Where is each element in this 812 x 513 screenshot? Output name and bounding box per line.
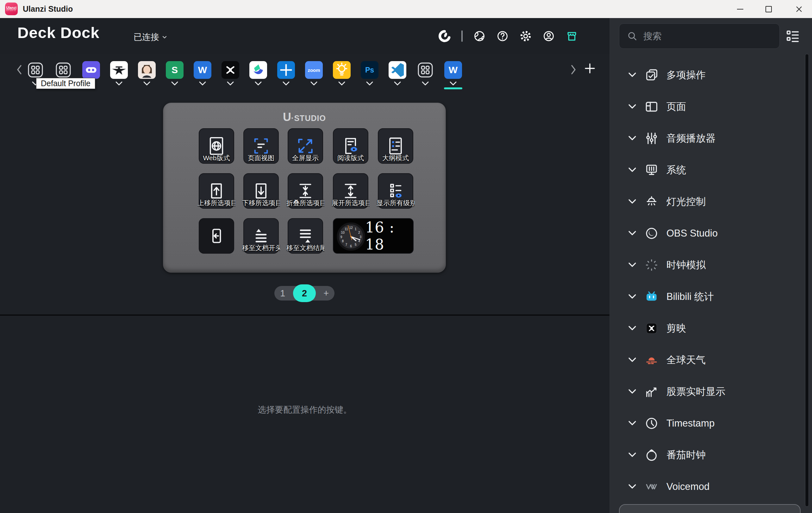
add-profile-button[interactable]	[582, 61, 598, 76]
store-icon[interactable]	[566, 30, 578, 43]
search-box[interactable]	[619, 23, 780, 49]
sidebar-category-clock-simulation[interactable]: 时钟模拟	[609, 252, 799, 278]
deck-key-label: 大纲模式	[377, 154, 414, 162]
chevron-down-icon[interactable]	[628, 231, 637, 236]
sidebar-category-stock-ticker[interactable]: 股票实时显示	[609, 379, 799, 404]
sidebar-category-audio-player[interactable]: 音频播放器	[609, 126, 799, 151]
chevron-down-icon[interactable]	[366, 81, 373, 86]
account-icon[interactable]	[542, 30, 555, 43]
sidebar-category-multi-actions[interactable]: 多项操作	[609, 62, 799, 88]
sidebar-category-voicemod[interactable]: Voicemod	[609, 474, 799, 500]
check-swoosh-icon	[249, 61, 267, 79]
page-button-1[interactable]: 1	[276, 288, 289, 299]
profile-tab-vscode[interactable]	[388, 61, 406, 89]
actions-sidebar: 多项操作页面音频播放器系统灯光控制OBS Studio时钟模拟Bilibili …	[609, 18, 812, 513]
profile-tab-capcut[interactable]	[222, 61, 239, 89]
settings-gear-icon[interactable]	[519, 30, 532, 43]
chevron-down-icon[interactable]	[628, 389, 637, 395]
sidebar-category-bilibili-stats[interactable]: Bilibili 统计	[609, 284, 799, 309]
sidebar-category-light-control[interactable]: 灯光控制	[609, 189, 799, 214]
category-label: 多项操作	[666, 69, 706, 82]
language-globe-icon[interactable]	[473, 30, 486, 43]
profile-tab-word-1[interactable]: W	[194, 61, 211, 89]
profile-tab-photoshop[interactable]: Ps	[361, 61, 378, 89]
category-label: 系统	[666, 163, 686, 177]
deck-key-show-levels[interactable]: 显示所有级别	[378, 173, 413, 209]
sidebar-category-obs-studio[interactable]: OBS Studio	[609, 221, 799, 246]
chevron-down-icon[interactable]	[628, 357, 637, 363]
app-logo-subtext: STUDIO	[7, 9, 17, 12]
tabs-scroll-left[interactable]	[14, 63, 25, 76]
maximize-button[interactable]	[762, 3, 775, 16]
chevron-down-icon[interactable]	[422, 81, 429, 86]
search-input[interactable]	[643, 31, 779, 42]
chevron-down-icon[interactable]	[227, 81, 234, 86]
page-button-2[interactable]: 2	[293, 285, 316, 302]
deck-key-fullscreen[interactable]: 全屏显示	[288, 128, 323, 164]
profile-tab-windows[interactable]	[277, 61, 295, 89]
deck-key-read-mode[interactable]: 阅读版式	[333, 128, 368, 164]
chevron-down-icon[interactable]	[628, 199, 637, 205]
list-view-toggle[interactable]	[785, 29, 800, 44]
profile-tab-avatar[interactable]	[138, 61, 156, 89]
deck-key-doc-start[interactable]: 移至文档开头	[243, 218, 279, 254]
close-button[interactable]	[792, 3, 806, 16]
chevron-down-icon[interactable]	[628, 72, 637, 78]
chevron-down-icon[interactable]	[143, 81, 151, 86]
sidebar-category-capcut[interactable]: 剪映	[609, 316, 799, 341]
chevron-down-icon[interactable]	[450, 81, 457, 86]
connection-status[interactable]: 已连接	[134, 31, 169, 43]
chevron-down-icon[interactable]	[628, 294, 637, 300]
deck-key-clock[interactable]: 1212 345 678 91011 16 : 18	[333, 218, 414, 254]
chevron-down-icon[interactable]	[628, 326, 637, 331]
deck-key-back[interactable]	[199, 218, 234, 254]
chevron-down-icon[interactable]	[394, 81, 401, 86]
ulanzi-brand-icon[interactable]	[438, 30, 451, 43]
profile-tab-app-s[interactable]: S	[166, 61, 183, 89]
deck-key-label: 折叠所选项目	[286, 198, 324, 208]
deck-key-doc-end[interactable]: 移至文档结尾	[288, 218, 323, 254]
sidebar-category-system[interactable]: 系统	[609, 157, 799, 183]
minimize-button[interactable]	[733, 3, 747, 16]
chevron-down-icon[interactable]	[628, 167, 637, 173]
chevron-down-icon[interactable]	[254, 81, 262, 86]
deck-key-move-up[interactable]: 上移所选项目	[199, 173, 234, 209]
profile-tab-zoom[interactable]: zoom	[305, 61, 323, 89]
windows-icon	[277, 61, 295, 79]
sidebar-category-global-weather[interactable]: 全球天气	[609, 347, 799, 373]
deck-key-collapse[interactable]: 折叠所选项目	[288, 173, 323, 209]
profile-tab-bulb[interactable]	[333, 61, 351, 89]
chevron-down-icon[interactable]	[628, 104, 637, 110]
chevron-down-icon[interactable]	[199, 81, 206, 86]
profile-tab-grid-2[interactable]	[416, 61, 434, 89]
chevron-down-icon[interactable]	[171, 81, 178, 86]
sidebar-category-pomodoro-clock[interactable]: 番茄时钟	[609, 442, 799, 468]
add-page-button[interactable]: +	[320, 288, 332, 299]
help-icon[interactable]	[496, 30, 509, 43]
chevron-down-icon[interactable]	[628, 484, 637, 490]
deck-key-outline-mode[interactable]: 大纲模式	[378, 128, 413, 164]
chevron-down-icon[interactable]	[628, 452, 637, 458]
profile-tab-word-active[interactable]: W	[444, 61, 462, 89]
svg-text:1: 1	[355, 227, 357, 231]
chevron-down-icon[interactable]	[282, 81, 290, 86]
sidebar-category-pages[interactable]: 页面	[609, 94, 799, 119]
chevron-down-icon[interactable]	[628, 136, 637, 141]
device-brand-studio: ·STUDIO	[291, 114, 326, 123]
chevron-down-icon[interactable]	[628, 421, 637, 426]
active-tab-underline	[249, 87, 267, 89]
chevron-down-icon[interactable]	[115, 81, 123, 86]
deck-key-move-down[interactable]: 下移所选项目	[243, 173, 279, 209]
profile-tab-check-swoosh[interactable]	[249, 61, 267, 89]
chevron-down-icon[interactable]	[628, 262, 637, 268]
deck-key-page-view[interactable]: 页面视图	[243, 128, 279, 164]
chevron-down-icon[interactable]	[310, 81, 318, 86]
tabs-scroll-right[interactable]	[568, 63, 579, 76]
sidebar-category-timestamp[interactable]: Timestamp	[609, 411, 799, 436]
sidebar-scrollbar[interactable]	[805, 54, 809, 507]
chevron-down-icon[interactable]	[338, 81, 346, 86]
deck-key-web-layout[interactable]: Web版式	[199, 128, 234, 164]
robot-icon	[82, 61, 100, 79]
profile-tab-badge-logo[interactable]	[110, 61, 128, 89]
deck-key-expand[interactable]: 展开所选项目	[333, 173, 368, 209]
